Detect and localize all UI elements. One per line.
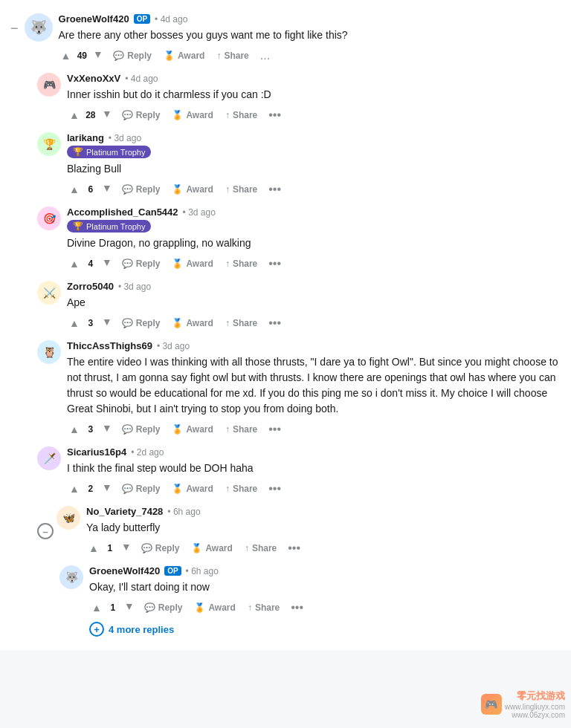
upvote-button[interactable]: ▲ [67,422,82,437]
comment-text: Inner isshin but do it charmless if you … [67,87,564,103]
share-button[interactable]: ↑ Share [243,599,284,616]
downvote-button[interactable]: ▲ [122,600,137,615]
reply-icon: 💬 [122,110,133,120]
avatar: 🐺 [59,565,83,589]
username: Accomplished_Can5442 [67,207,178,218]
watermark-site: 零元找游戏 [505,689,565,703]
award-button[interactable]: 🏅 Award [159,48,209,64]
reply-button[interactable]: 💬 Reply [117,181,165,198]
share-button[interactable]: ↑ Share [221,256,262,272]
share-button[interactable]: ↑ Share [221,107,262,123]
share-icon: ↑ [225,424,230,435]
award-button[interactable]: 🏅 Award [190,599,239,616]
more-button[interactable]: ••• [265,315,285,331]
more-button[interactable]: ••• [265,181,285,198]
reply-button[interactable]: 💬 Reply [117,315,165,331]
watermark-url2: www.06zyx.com [505,711,565,719]
award-button[interactable]: 🏅 Award [167,256,217,272]
reply-button[interactable]: 💬 Reply [137,540,184,556]
downvote-button[interactable]: ▲ [119,541,134,556]
watermark-url1: www.lingliuyx.com [505,703,565,711]
award-icon: 🏅 [172,184,183,195]
award-button[interactable]: 🏅 Award [167,107,217,123]
username: Sicarius16p4 [67,446,126,458]
share-button[interactable]: ↑ Share [212,48,253,64]
downvote-button[interactable]: ▲ [100,481,114,496]
more-button[interactable]: ••• [265,481,285,497]
comment-time: • 3d ago [109,133,141,143]
action-bar: ▲ 4 ▲ 💬 Reply 🏅 Award ↑ Share [67,256,564,272]
comment-item: 🎯 Accomplished_Can5442 • 3d ago 🏆 Platin… [37,201,564,275]
upvote-button[interactable]: ▲ [67,316,82,331]
award-button[interactable]: 🏅 Award [187,540,236,556]
collapse-button[interactable]: − [7,19,22,38]
downvote-button[interactable]: ▲ [100,256,114,271]
reply-icon: 💬 [144,602,155,613]
avatar: 🦋 [57,506,80,530]
upvote-button[interactable]: ▲ [67,481,82,496]
vote-count: 28 [85,110,97,120]
action-bar: ▲ 49 ▲ 💬 Reply 🏅 Award ↑ Share [59,48,564,64]
downvote-button[interactable]: ▲ [100,182,114,197]
downvote-button[interactable]: ▲ [100,108,114,123]
award-button[interactable]: 🏅 Award [167,181,217,198]
comment-body: ThiccAssThighs69 • 3d ago The entire vid… [67,340,564,438]
share-button[interactable]: ↑ Share [221,421,262,438]
reply-button[interactable]: 💬 Reply [117,256,165,272]
reply-icon: 💬 [113,51,124,61]
share-button[interactable]: ↑ Share [221,481,262,497]
share-button[interactable]: ↑ Share [221,315,262,331]
comment-header: GroeneWolf420 OP • 6h ago [89,565,564,576]
more-button[interactable]: ... [257,48,274,64]
more-button[interactable]: ••• [265,421,285,438]
upvote-button[interactable]: ▲ [89,600,104,615]
award-icon: 🏅 [172,110,183,120]
vote-count: 4 [85,259,97,269]
vote-section: ▲ 3 ▲ [67,422,114,437]
vote-count: 49 [76,51,88,61]
vote-count: 1 [107,602,119,613]
share-icon: ↑ [225,184,230,195]
downvote-button[interactable]: ▲ [100,316,114,331]
comment-time: • 3d ago [183,207,216,218]
downvote-button[interactable]: ▲ [91,48,106,63]
award-button[interactable]: 🏅 Award [167,481,217,497]
username: larikang [67,132,104,143]
upvote-button[interactable]: ▲ [59,48,74,63]
upvote-button[interactable]: ▲ [67,108,82,123]
reply-button[interactable]: 💬 Reply [117,481,165,497]
more-button[interactable]: ••• [287,599,307,616]
reply-button[interactable]: 💬 Reply [109,48,156,64]
comment-time: • 6h ago [186,566,219,576]
reply-button[interactable]: 💬 Reply [117,421,165,438]
share-button[interactable]: ↑ Share [240,540,281,556]
comment-item: ⚔️ Zorro5040 • 3d ago Ape ▲ 3 ▲ 💬 Reply [37,275,564,334]
comment-time: • 3d ago [157,341,190,351]
more-button[interactable]: ••• [284,540,304,556]
reply-button[interactable]: 💬 Reply [117,107,165,123]
more-replies-label: 4 more replies [109,624,174,635]
share-button[interactable]: ↑ Share [221,181,262,198]
upvote-button[interactable]: ▲ [86,541,101,556]
username: GroeneWolf420 [59,13,129,25]
comment-body: Accomplished_Can5442 • 3d ago 🏆 Platinum… [67,207,564,272]
award-icon: 🏅 [172,424,183,435]
avatar: 🎯 [37,207,61,230]
upvote-button[interactable]: ▲ [67,256,82,271]
award-button[interactable]: 🏅 Award [167,421,217,438]
comment-item: 🐺 GroeneWolf420 OP • 6h ago Okay, I'll s… [59,559,564,619]
downvote-button[interactable]: ▲ [100,422,114,437]
award-button[interactable]: 🏅 Award [167,315,217,331]
more-replies[interactable]: + 4 more replies [89,622,564,637]
upvote-button[interactable]: ▲ [67,182,82,197]
action-bar: ▲ 3 ▲ 💬 Reply 🏅 Award ↑ Share [67,315,564,331]
more-button[interactable]: ••• [265,107,285,123]
comment-body: GroeneWolf420 OP • 4d ago Are there any … [59,13,564,64]
reply-button[interactable]: 💬 Reply [140,599,187,616]
more-button[interactable]: ••• [265,256,285,272]
collapse-button[interactable]: – [37,523,54,539]
op-badge: OP [134,14,150,24]
reply-icon: 💬 [122,484,133,494]
trophy-icon: 🏆 [73,147,83,157]
comment-item: – 🦋 No_Variety_7428 • 6h ago Ya lady but… [37,500,564,559]
